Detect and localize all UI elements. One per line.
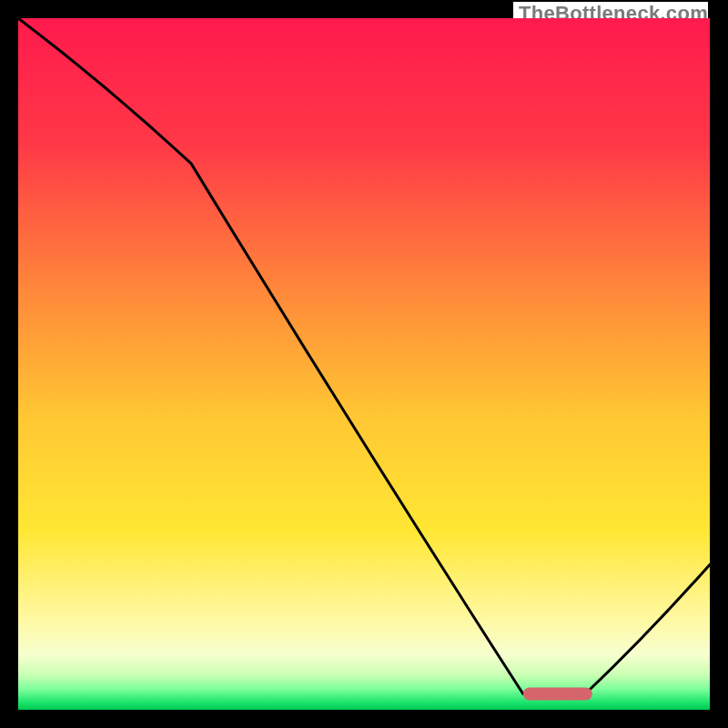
recommended-range-marker: [523, 688, 592, 701]
plot-area: [18, 18, 710, 710]
curve-layer: [18, 18, 710, 710]
bottleneck-curve: [18, 18, 710, 694]
chart-frame: TheBottleneck.com: [0, 0, 728, 728]
